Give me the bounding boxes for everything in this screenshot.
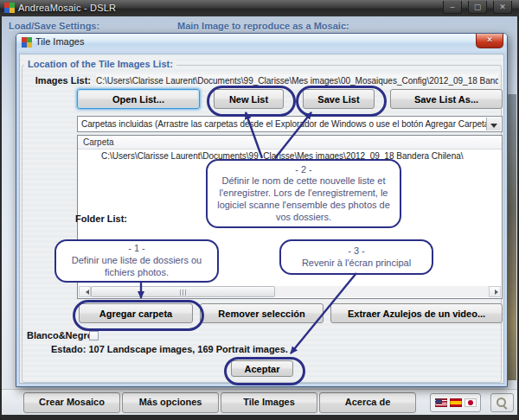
tile-images-button[interactable]: Tile Images (221, 392, 317, 413)
japan-flag-icon (465, 398, 477, 407)
folder-list-label: Folder List: (27, 213, 127, 224)
callout-bubble-3: - 3 - Revenir à l'écran principal (279, 239, 433, 275)
dialog-titlebar: Tile Images ✕ (16, 34, 507, 52)
us-flag-icon (435, 398, 447, 407)
included-folders-dropdown[interactable]: Carpetas incluidas (Arrastre las carpeta… (77, 116, 503, 132)
background-photo-sliver (507, 94, 516, 380)
aceptar-button[interactable]: Aceptar (231, 360, 293, 377)
window-controls: – ▢ ✕ (443, 1, 512, 14)
crear-mosaico-button[interactable]: Crear Mosaico (23, 392, 120, 413)
dialog-close-icon[interactable]: ✕ (476, 34, 503, 48)
bubble-1-number: - 1 - (61, 243, 212, 255)
bubble-3-text: Revenir à l'écran principal (286, 258, 426, 270)
scroll-left-icon[interactable] (79, 286, 91, 297)
bubble-3-number: - 3 - (286, 245, 426, 258)
bottom-toolbar: Crear Mosaico Más opciones Tile Images A… (2, 389, 517, 415)
horizontal-scrollbar[interactable] (79, 286, 501, 297)
bubble-1-text: Definir une liste de dossiers ou fichier… (61, 255, 212, 279)
main-image-heading: Main Image to reproduce as a Mosaic: (177, 21, 349, 31)
images-list-label: Images List: (27, 75, 91, 86)
remover-seleccion-button[interactable]: Remover selección (200, 303, 324, 323)
minimize-icon[interactable]: – (443, 1, 462, 14)
app-mosaic-icon (4, 3, 15, 13)
scroll-right-icon[interactable] (489, 286, 501, 297)
tile-images-dialog: Tile Images ✕ Location of the Tile Image… (16, 33, 508, 387)
bubble-2-number: - 2 - (213, 164, 394, 176)
dialog-body: Location of the Tile Images List: Images… (16, 51, 507, 386)
load-save-settings-heading: Load/Save Settings: (9, 21, 99, 31)
chevron-down-icon[interactable] (486, 118, 501, 130)
scrollbar-grip (180, 290, 188, 296)
blanco-negro-label: Blanco&Negro: (27, 330, 96, 340)
acerca-de-button[interactable]: Acerca de (319, 392, 416, 413)
open-list-button[interactable]: Open List... (77, 89, 200, 109)
images-list-path: C:\Users\Clarisse Laurent\Documents\99_C… (96, 74, 498, 88)
save-list-button[interactable]: Save List (303, 89, 375, 109)
callout-bubble-1: - 1 - Definir une liste de dossiers ou f… (54, 239, 219, 283)
status-label: Estado: (51, 344, 86, 354)
carpeta-column-header[interactable]: Carpeta (78, 136, 502, 150)
window-title: AndreaMosaic - DSLR (18, 3, 116, 13)
scrollbar-thumb[interactable] (91, 286, 275, 297)
dialog-title: Tile Images (35, 36, 84, 47)
magnifier-icon (497, 398, 506, 407)
main-titlebar: AndreaMosaic - DSLR – ▢ ✕ (0, 0, 519, 16)
group-heading: Location of the Tile Images List: (24, 59, 176, 69)
blanco-negro-checkbox[interactable] (89, 331, 99, 340)
bubble-2-text: Définir le nom de cette nouvelle liste e… (213, 175, 394, 223)
agregar-carpeta-button[interactable]: Agregar carpeta (79, 303, 193, 323)
spain-flag-icon (450, 398, 462, 407)
callout-bubble-2: - 2 - Définir le nom de cette nouvelle l… (206, 159, 401, 228)
save-list-as-button[interactable]: Save List As... (390, 89, 503, 109)
maximize-icon[interactable]: ▢ (468, 1, 487, 14)
extraer-azulejos-button[interactable]: Extraer Azulejos de un video... (330, 303, 503, 323)
search-button[interactable] (490, 393, 514, 412)
close-window-icon[interactable]: ✕ (493, 1, 512, 14)
dialog-mosaic-icon (22, 37, 32, 48)
language-flags-button[interactable] (430, 393, 481, 412)
status-line: Estado: 107 Landscape images, 169 Portra… (51, 344, 288, 354)
dropdown-selected-value: Carpetas incluidas (Arrastre las carpeta… (81, 119, 492, 129)
status-value: 107 Landscape images, 169 Portrait image… (88, 344, 288, 354)
mas-opciones-button[interactable]: Más opciones (122, 392, 219, 413)
new-list-button[interactable]: New List (214, 89, 284, 109)
